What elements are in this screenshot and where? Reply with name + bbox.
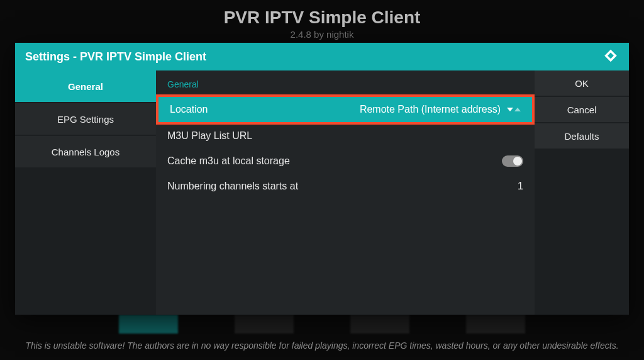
chevron-down-icon [507, 108, 513, 111]
bg-enable-button: Enable [466, 315, 525, 334]
setting-value-text: Remote Path (Internet address) [360, 104, 501, 115]
sidebar-item-label: General [68, 81, 103, 92]
actions-column: OK Cancel Defaults [535, 70, 629, 315]
setting-row-location[interactable]: Location Remote Path (Internet address) [158, 97, 532, 122]
toggle-switch[interactable] [502, 155, 523, 167]
setting-row-numbering-start[interactable]: Numbering channels starts at 1 [156, 174, 535, 199]
bg-auto-update-button: Auto-update [350, 315, 409, 334]
setting-row-m3u-url[interactable]: M3U Play List URL [156, 123, 535, 149]
setting-label: Numbering channels starts at [167, 181, 298, 192]
settings-dialog: Settings - PVR IPTV Simple Client Genera… [15, 43, 629, 315]
sidebar-item-channels-logos[interactable]: Channels Logos [15, 136, 156, 167]
setting-label: Cache m3u at local storage [167, 155, 290, 167]
button-label: OK [575, 78, 589, 89]
cancel-button[interactable]: Cancel [535, 97, 629, 122]
chevron-up-icon [514, 108, 521, 111]
setting-label: Location [170, 104, 208, 115]
sidebar-item-label: EPG Settings [57, 114, 114, 125]
background-footer: Configure Update Auto-update Enable This… [0, 315, 644, 360]
addon-subtitle: 2.4.8 by nightik [0, 29, 644, 40]
dialog-body: General EPG Settings Channels Logos Gene… [15, 70, 629, 315]
sidebar: General EPG Settings Channels Logos [15, 70, 156, 315]
background-buttons-row: Configure Update Auto-update Enable [25, 315, 619, 334]
button-label: Cancel [567, 104, 597, 115]
sidebar-item-general[interactable]: General [15, 70, 156, 102]
bg-configure-button: Configure [119, 315, 178, 334]
setting-label: M3U Play List URL [167, 130, 252, 142]
addon-title: PVR IPTV Simple Client [0, 8, 644, 28]
setting-row-cache-m3u[interactable]: Cache m3u at local storage [156, 149, 535, 174]
dialog-title: Settings - PVR IPTV Simple Client [25, 50, 206, 64]
background-header: PVR IPTV Simple Client 2.4.8 by nightik [0, 0, 644, 40]
settings-pane: General Location Remote Path (Internet a… [156, 70, 535, 315]
setting-value: Remote Path (Internet address) [360, 104, 521, 115]
section-label: General [156, 70, 535, 96]
button-label: Defaults [564, 131, 599, 142]
bg-update-button: Update [235, 315, 294, 334]
setting-value: 1 [518, 181, 523, 192]
spinner-arrows-icon[interactable] [507, 108, 521, 111]
kodi-logo-icon [602, 48, 619, 65]
disclaimer-text: This is unstable software! The authors a… [25, 340, 619, 352]
sidebar-item-label: Channels Logos [52, 147, 119, 157]
dialog-header: Settings - PVR IPTV Simple Client [15, 43, 629, 70]
highlight-annotation: Location Remote Path (Internet address) [156, 94, 535, 125]
sidebar-item-epg-settings[interactable]: EPG Settings [15, 103, 156, 135]
ok-button[interactable]: OK [535, 70, 629, 96]
defaults-button[interactable]: Defaults [535, 123, 629, 149]
setting-value [502, 155, 523, 167]
